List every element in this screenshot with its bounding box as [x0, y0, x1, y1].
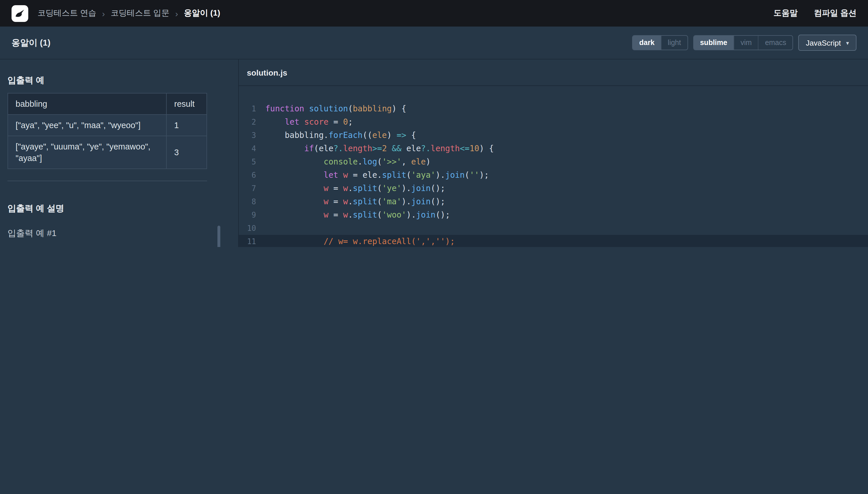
code-text: // w= w.replaceAll(',','');	[265, 235, 455, 247]
column-header-result: result	[166, 93, 207, 115]
line-number: 4	[239, 142, 265, 155]
top-navbar: 코딩테스트 연습›코딩테스트 입문›옹알이 (1) 도움말 컴파일 옵션	[0, 0, 868, 26]
code-token: let	[284, 117, 299, 127]
table-row: ["ayaye", "uuuma", "ye", "yemawoo", "aya…	[8, 136, 207, 169]
code-token: ((	[362, 130, 372, 140]
code-token: .	[348, 210, 353, 219]
code-token: ) {	[392, 104, 406, 113]
keymap-option-vim[interactable]: vim	[734, 36, 758, 50]
code-text: w = w.split('ye').join();	[265, 182, 445, 195]
code-line-10[interactable]: 10	[239, 222, 868, 235]
code-token: 2	[382, 144, 387, 153]
code-token: join	[411, 197, 431, 206]
line-number: 1	[239, 102, 265, 115]
code-token	[265, 184, 323, 193]
table-cell: 3	[166, 136, 207, 169]
code-token: ele	[372, 130, 387, 140]
code-token: ();	[431, 197, 445, 206]
main-content: 입출력 예 babblingresult ["aya", "yee", "u",…	[0, 59, 868, 247]
compile-options-link[interactable]: 컴파일 옵션	[814, 8, 856, 18]
code-token: >=	[372, 144, 382, 153]
code-token: (	[377, 210, 382, 219]
code-line-2[interactable]: 2 let score = 0;	[239, 115, 868, 129]
code-token: 'ye'	[382, 184, 401, 193]
code-token: babbling	[353, 104, 392, 113]
code-line-9[interactable]: 9 w = w.split('woo').join();	[239, 208, 868, 222]
code-line-7[interactable]: 7 w = w.split('ye').join();	[239, 182, 868, 195]
code-text: w = w.split('ma').join();	[265, 195, 445, 208]
breadcrumb-item-3[interactable]: 옹알이 (1)	[184, 8, 220, 18]
code-token: 0	[343, 117, 348, 127]
keymap-option-emacs[interactable]: emacs	[758, 36, 793, 50]
code-token: split	[353, 210, 377, 219]
code-token: length	[431, 144, 460, 153]
theme-option-dark[interactable]: dark	[633, 36, 661, 50]
line-number: 3	[239, 129, 265, 142]
code-line-6[interactable]: 6 let w = ele.split('aya').join('');	[239, 169, 868, 182]
code-token: .	[348, 197, 353, 206]
keymap-option-sublime[interactable]: sublime	[693, 36, 734, 50]
table-body: ["aya", "yee", "u", "maa", "wyeoo"]1["ay…	[8, 115, 207, 169]
code-token: ).	[401, 197, 411, 206]
code-line-5[interactable]: 5 console.log('>>', ele)	[239, 155, 868, 169]
io-explanation-sections: 입출력 예 #1["aya", "yee", "u", "maa", "wyeo…	[7, 228, 207, 247]
code-token: ?.	[421, 144, 431, 153]
code-line-8[interactable]: 8 w = w.split('ma').join();	[239, 195, 868, 208]
code-token: )	[426, 157, 431, 166]
code-token: (	[406, 170, 411, 179]
code-token	[265, 144, 304, 153]
language-select[interactable]: JavaScript ▾	[798, 35, 856, 51]
code-token	[265, 236, 323, 246]
code-line-11[interactable]: 11 // w= w.replaceAll(',','');	[239, 235, 868, 247]
line-number: 5	[239, 155, 265, 169]
code-token: ).	[435, 170, 445, 179]
code-token	[265, 170, 323, 179]
code-line-4[interactable]: 4 if(ele?.length>=2 && ele?.length<=10) …	[239, 142, 868, 155]
code-text: console.log('>>', ele)	[265, 155, 431, 169]
code-token: forEach	[329, 130, 362, 140]
line-number: 8	[239, 195, 265, 208]
code-token: )	[387, 130, 397, 140]
panel-resizer[interactable]	[222, 59, 238, 247]
programmers-logo[interactable]	[12, 5, 28, 22]
breadcrumb-item-1[interactable]: 코딩테스트 연습	[38, 8, 96, 18]
code-line-3[interactable]: 3 babbling.forEach((ele) => {	[239, 129, 868, 142]
code-token	[304, 104, 309, 113]
code-text: let score = 0;	[265, 115, 353, 129]
code-token: (	[377, 197, 382, 206]
code-token: =>	[396, 130, 406, 140]
code-token	[265, 210, 323, 219]
code-token: = ele.	[348, 170, 382, 179]
code-text: function solution(babbling) {	[265, 102, 406, 115]
breadcrumb-item-2[interactable]: 코딩테스트 입문	[111, 8, 170, 18]
code-line-1[interactable]: 1function solution(babbling) {	[239, 102, 868, 115]
code-text: let w = ele.split('aya').join('');	[265, 169, 489, 182]
code-token: log	[362, 157, 377, 166]
theme-option-light[interactable]: light	[661, 36, 688, 50]
code-token: =	[329, 210, 343, 219]
code-token: (	[465, 170, 470, 179]
code-token: w	[323, 210, 329, 219]
title-bar: 옹알이 (1) darklight sublimevimemacs JavaSc…	[0, 26, 868, 59]
code-token	[265, 117, 284, 127]
help-link[interactable]: 도움말	[773, 8, 797, 18]
line-number: 11	[239, 235, 265, 247]
code-token: ele	[401, 144, 421, 153]
code-token: ele	[411, 157, 426, 166]
table-row: ["aya", "yee", "u", "maa", "wyeoo"]1	[8, 115, 207, 136]
problem-scrollbar-thumb[interactable]	[217, 226, 220, 247]
editor-filename: solution.js	[247, 68, 287, 77]
breadcrumb-separator-icon: ›	[102, 8, 105, 18]
code-token: function	[265, 104, 304, 113]
chevron-down-icon: ▾	[846, 40, 849, 46]
code-token: 'aya'	[411, 170, 435, 179]
code-token	[265, 197, 323, 206]
code-token: ).	[406, 210, 416, 219]
code-token: ();	[431, 184, 445, 193]
keymap-toggle: sublimevimemacs	[693, 35, 793, 50]
navbar-links: 도움말 컴파일 옵션	[773, 8, 856, 18]
code-token: ,	[401, 157, 411, 166]
code-area[interactable]: 1function solution(babbling) {2 let scor…	[239, 86, 868, 247]
code-token: length	[343, 144, 372, 153]
app: 코딩테스트 연습›코딩테스트 입문›옹알이 (1) 도움말 컴파일 옵션 옹알이…	[0, 0, 868, 247]
